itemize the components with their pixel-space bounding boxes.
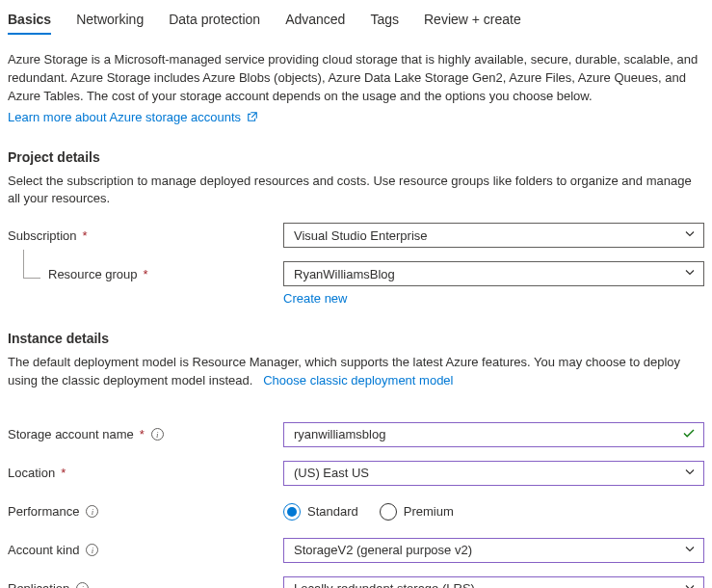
replication-label: Replication i (8, 581, 283, 588)
learn-more-label: Learn more about Azure storage accounts (8, 110, 241, 124)
tree-connector-icon (23, 250, 40, 279)
project-details-desc: Select the subscription to manage deploy… (8, 173, 704, 209)
tab-bar: Basics Networking Data protection Advanc… (8, 8, 704, 34)
create-new-resource-group-link[interactable]: Create new (283, 291, 347, 306)
chevron-down-icon (684, 581, 696, 588)
tab-networking[interactable]: Networking (76, 8, 144, 33)
replication-value: Locally-redundant storage (LRS) (294, 581, 475, 588)
performance-standard-radio[interactable]: Standard (283, 503, 358, 521)
resource-group-label-text: Resource group (48, 267, 138, 281)
chevron-down-icon (684, 228, 696, 243)
account-kind-label-text: Account kind (8, 543, 79, 557)
performance-radio-group: Standard Premium (283, 503, 704, 521)
resource-group-label: Resource group * (8, 267, 283, 281)
account-kind-select[interactable]: StorageV2 (general purpose v2) (283, 538, 704, 563)
account-kind-value: StorageV2 (general purpose v2) (294, 543, 472, 557)
required-icon: * (144, 267, 148, 281)
tab-tags[interactable]: Tags (370, 8, 399, 33)
storage-account-name-value: ryanwilliamsblog (294, 427, 385, 441)
instance-details-heading: Instance details (8, 331, 704, 346)
subscription-select[interactable]: Visual Studio Enterprise (283, 223, 704, 248)
required-icon: * (140, 427, 145, 441)
checkmark-icon (682, 426, 696, 442)
location-select[interactable]: (US) East US (283, 461, 704, 486)
chevron-down-icon (684, 466, 696, 480)
tab-review-create[interactable]: Review + create (424, 8, 521, 33)
chevron-down-icon (684, 267, 696, 281)
location-label: Location * (8, 466, 283, 480)
tab-advanced[interactable]: Advanced (285, 8, 345, 33)
performance-label-text: Performance (8, 504, 79, 519)
project-details-heading: Project details (8, 149, 704, 165)
storage-account-name-label-text: Storage account name (8, 427, 134, 441)
external-link-icon (247, 111, 258, 122)
classic-deployment-link[interactable]: Choose classic deployment model (263, 373, 453, 388)
replication-label-text: Replication (8, 581, 69, 588)
subscription-value: Visual Studio Enterprise (294, 228, 428, 243)
tab-data-protection[interactable]: Data protection (169, 8, 260, 33)
replication-select[interactable]: Locally-redundant storage (LRS) (283, 576, 704, 588)
radio-icon (380, 503, 397, 521)
info-icon[interactable]: i (76, 582, 89, 588)
info-icon[interactable]: i (86, 544, 98, 556)
performance-premium-label: Premium (404, 504, 454, 519)
radio-icon (283, 503, 301, 521)
account-kind-label: Account kind i (8, 543, 283, 557)
storage-account-name-input[interactable]: ryanwilliamsblog (283, 422, 704, 447)
performance-label: Performance i (8, 504, 283, 519)
required-icon: * (83, 228, 88, 243)
intro-text: Azure Storage is a Microsoft-managed ser… (8, 51, 704, 106)
location-label-text: Location (8, 466, 55, 480)
location-value: (US) East US (294, 466, 369, 480)
info-icon[interactable]: i (86, 505, 98, 518)
performance-standard-label: Standard (307, 504, 358, 519)
storage-account-name-label: Storage account name * i (8, 427, 283, 441)
subscription-label-text: Subscription (8, 228, 77, 243)
required-icon: * (61, 466, 66, 480)
resource-group-select[interactable]: RyanWilliamsBlog (283, 261, 704, 286)
subscription-label: Subscription * (8, 228, 283, 243)
learn-more-link[interactable]: Learn more about Azure storage accounts (8, 110, 258, 124)
chevron-down-icon (684, 543, 696, 557)
instance-details-desc: The default deployment model is Resource… (8, 354, 704, 390)
performance-premium-radio[interactable]: Premium (380, 503, 454, 521)
resource-group-value: RyanWilliamsBlog (294, 267, 395, 281)
tab-basics[interactable]: Basics (8, 8, 51, 33)
info-icon[interactable]: i (151, 428, 164, 441)
